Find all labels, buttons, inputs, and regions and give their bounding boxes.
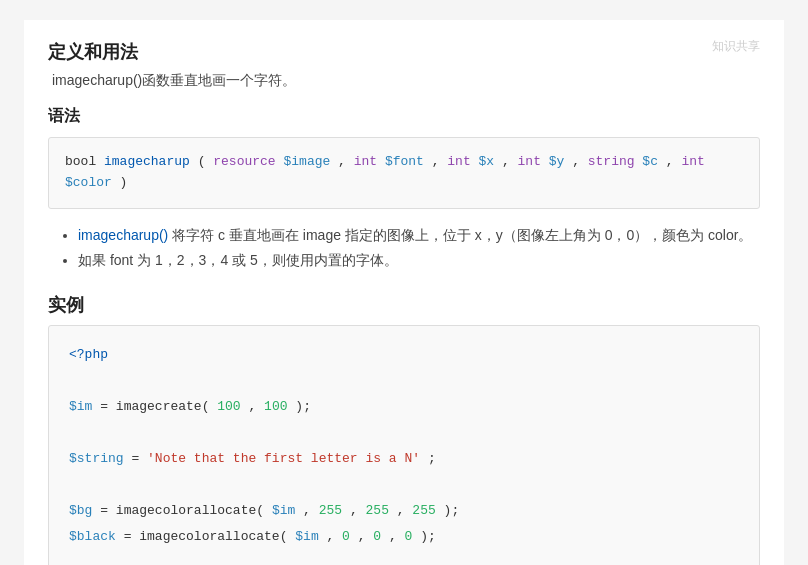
code-line-blank-1 <box>69 368 739 394</box>
syntax-code-box: bool imagecharup ( resource $image , int… <box>48 137 760 209</box>
syntax-int4: int <box>681 154 704 169</box>
syntax-comma5: , <box>658 154 681 169</box>
syntax-c-var: $c <box>635 154 658 169</box>
string-value: 'Note that the first letter is a N' <box>147 451 420 466</box>
syntax-bool: bool <box>65 154 104 169</box>
num-100-2: 100 <box>264 399 287 414</box>
syntax-int2: int <box>447 154 470 169</box>
syntax-int3: int <box>518 154 541 169</box>
param-im-1: $im <box>272 503 295 518</box>
code-line-2: $im = imagecreate( 100 , 100 ); <box>69 394 739 420</box>
syntax-y-var: $y <box>541 154 564 169</box>
code-line-3: $string = 'Note that the first letter is… <box>69 446 739 472</box>
definition-section: 定义和用法 imagecharup()函数垂直地画一个字符。 <box>48 40 760 90</box>
code-eq4: = <box>124 529 140 544</box>
var-string: $string <box>69 451 124 466</box>
syntax-close: ) <box>112 175 128 190</box>
syntax-params: ( <box>190 154 213 169</box>
param-im-2: $im <box>295 529 318 544</box>
bullet-1-desc: 将字符 c 垂直地画在 image 指定的图像上，位于 x，y（图像左上角为 0… <box>172 227 752 243</box>
syntax-comma1: , <box>330 154 353 169</box>
syntax-image-var: $image <box>276 154 331 169</box>
var-black: $black <box>69 529 116 544</box>
syntax-title: 语法 <box>48 106 760 127</box>
code-close-1: ); <box>295 399 311 414</box>
num-255-1: 255 <box>319 503 342 518</box>
code-comma-3: , <box>350 503 366 518</box>
php-open-tag: <?php <box>69 347 108 362</box>
code-comma-1: , <box>248 399 256 414</box>
num-0-2: 0 <box>373 529 381 544</box>
syntax-comma2: , <box>424 154 447 169</box>
func-imagecolorallocate-2: imagecolorallocate( <box>139 529 287 544</box>
syntax-color-var: $color <box>65 175 112 190</box>
syntax-font-var: $font <box>377 154 424 169</box>
code-comma-2: , <box>303 503 319 518</box>
num-255-2: 255 <box>366 503 389 518</box>
syntax-string: string <box>588 154 635 169</box>
bullet-2: 如果 font 为 1，2，3，4 或 5，则使用内置的字体。 <box>78 248 760 273</box>
code-line-5: $black = imagecolorallocate( $im , 0 , 0… <box>69 524 739 550</box>
syntax-int1: int <box>354 154 377 169</box>
definition-title: 定义和用法 <box>48 40 760 64</box>
code-comma-4: , <box>397 503 413 518</box>
func-imagecreate: imagecreate( <box>116 399 210 414</box>
code-comma-7: , <box>389 529 405 544</box>
code-comma-5: , <box>327 529 343 544</box>
func-imagecolorallocate-1: imagecolorallocate( <box>116 503 264 518</box>
num-255-3: 255 <box>412 503 435 518</box>
syntax-bullets: imagecharup() 将字符 c 垂直地画在 image 指定的图像上，位… <box>48 223 760 273</box>
bullet-1-func: imagecharup() <box>78 227 168 243</box>
bullet-1-text: imagecharup() 将字符 c 垂直地画在 image 指定的图像上，位… <box>78 227 752 243</box>
code-line-blank-3 <box>69 472 739 498</box>
example-section: 实例 <?php $im = imagecreate( 100 , 100 ); <box>48 293 760 565</box>
code-line-blank-4 <box>69 550 739 565</box>
code-line-blank-2 <box>69 420 739 446</box>
code-close-2: ); <box>444 503 460 518</box>
num-0-3: 0 <box>405 529 413 544</box>
bullet-1: imagecharup() 将字符 c 垂直地画在 image 指定的图像上，位… <box>78 223 760 248</box>
syntax-code: bool imagecharup ( resource $image , int… <box>65 154 705 190</box>
code-eq2: = <box>131 451 147 466</box>
code-line-1: <?php <box>69 342 739 368</box>
page-wrapper: 知识共享 定义和用法 imagecharup()函数垂直地画一个字符。 语法 b… <box>24 20 784 565</box>
syntax-section: 语法 bool imagecharup ( resource $image , … <box>48 106 760 273</box>
code-eq3: = <box>100 503 116 518</box>
var-bg: $bg <box>69 503 92 518</box>
syntax-x-var: $x <box>471 154 494 169</box>
syntax-resource: resource <box>213 154 275 169</box>
num-0-1: 0 <box>342 529 350 544</box>
syntax-func: imagecharup <box>104 154 190 169</box>
code-eq1: = <box>100 399 116 414</box>
code-semi-1: ; <box>428 451 436 466</box>
code-close-3: ); <box>420 529 436 544</box>
syntax-comma4: , <box>564 154 587 169</box>
bullet-2-text: 如果 font 为 1，2，3，4 或 5，则使用内置的字体。 <box>78 252 398 268</box>
syntax-comma3: , <box>494 154 517 169</box>
watermark: 知识共享 <box>712 38 760 55</box>
var-im: $im <box>69 399 92 414</box>
definition-description: imagecharup()函数垂直地画一个字符。 <box>52 72 760 90</box>
num-100-1: 100 <box>217 399 240 414</box>
example-title: 实例 <box>48 293 760 317</box>
code-comma-6: , <box>358 529 374 544</box>
example-code-block: <?php $im = imagecreate( 100 , 100 ); $s… <box>48 325 760 565</box>
code-line-4: $bg = imagecolorallocate( $im , 255 , 25… <box>69 498 739 524</box>
